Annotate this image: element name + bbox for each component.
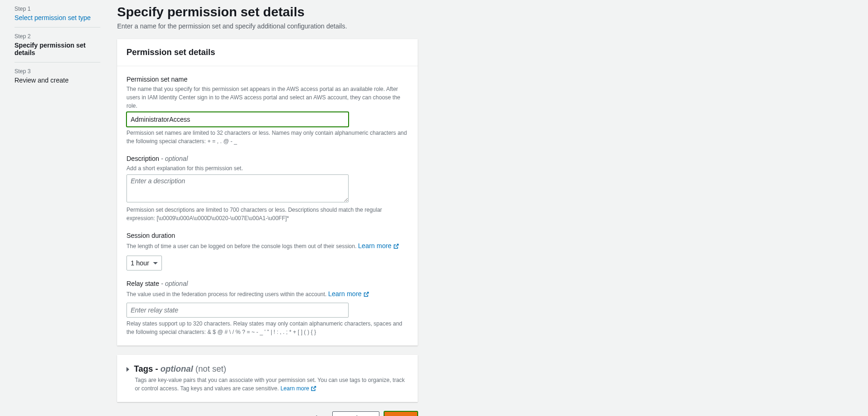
session-duration-value: 1 hour [131, 259, 149, 267]
learn-more-text: Learn more [328, 289, 362, 299]
relay-constraint: Relay states support up to 320 character… [126, 319, 408, 336]
tags-optional: optional [161, 364, 193, 374]
field-session-duration: Session duration The length of time a us… [126, 232, 408, 270]
session-hint-text: The length of time a user can be logged … [126, 243, 358, 250]
page-title: Specify permission set details [117, 5, 418, 20]
relay-state-input[interactable] [126, 303, 349, 318]
next-button[interactable]: Next [384, 411, 418, 416]
permission-set-details-panel: Permission set details Permission set na… [117, 39, 418, 346]
tags-title: Tags - optional (not set) [134, 364, 226, 374]
wizard-footer: Cancel Previous Next [117, 411, 418, 416]
expand-toggle-icon[interactable] [126, 367, 129, 372]
relay-label-text: Relay state [126, 280, 159, 287]
step-2-number: Step 2 [14, 33, 100, 40]
field-permission-set-name: Permission set name The name that you sp… [126, 76, 408, 146]
previous-button[interactable]: Previous [332, 411, 379, 416]
tags-desc-text: Tags are key-value pairs that you can as… [135, 377, 405, 392]
relay-hint: The value used in the federation process… [126, 289, 408, 299]
external-link-icon [393, 243, 399, 249]
learn-more-text: Learn more [358, 241, 392, 251]
name-hint: The name that you specify for this permi… [126, 85, 408, 110]
relay-learn-more-link[interactable]: Learn more [328, 289, 369, 299]
description-hint: Add a short explanation for this permiss… [126, 164, 408, 173]
permission-set-name-input[interactable] [126, 112, 349, 127]
relay-label: Relay state - optional [126, 280, 408, 287]
optional-suffix: - optional [159, 155, 188, 162]
description-constraint: Permission set descriptions are limited … [126, 206, 408, 222]
main-content: Specify permission set details Enter a n… [100, 4, 418, 416]
panel-header: Permission set details [117, 39, 418, 66]
cancel-button[interactable]: Cancel [287, 411, 328, 416]
step-2-title: Specify permission set details [14, 42, 100, 56]
step-1[interactable]: Step 1 Select permission set type [14, 4, 100, 28]
step-3: Step 3 Review and create [14, 66, 100, 90]
step-3-number: Step 3 [14, 68, 100, 75]
wizard-steps-nav: Step 1 Select permission set type Step 2… [7, 4, 100, 416]
relay-hint-text: The value used in the federation process… [126, 291, 328, 298]
external-link-icon [311, 386, 316, 391]
tags-panel: Tags - optional (not set) Tags are key-v… [117, 355, 418, 402]
session-learn-more-link[interactable]: Learn more [358, 241, 399, 251]
session-hint: The length of time a user can be logged … [126, 241, 408, 251]
name-constraint: Permission set names are limited to 32 c… [126, 129, 408, 146]
optional-suffix: - optional [159, 280, 188, 287]
chevron-down-icon [153, 262, 158, 264]
field-relay-state: Relay state - optional The value used in… [126, 280, 408, 336]
tags-learn-more-link[interactable]: Learn more [280, 384, 316, 393]
tags-title-text: Tags - [134, 364, 161, 374]
description-textarea[interactable] [126, 174, 349, 202]
session-duration-select[interactable]: 1 hour [126, 256, 162, 270]
session-label: Session duration [126, 232, 408, 239]
panel-title: Permission set details [126, 48, 408, 57]
page-subtitle: Enter a name for the permission set and … [117, 22, 418, 30]
tags-description: Tags are key-value pairs that you can as… [135, 376, 408, 393]
tags-header-row: Tags - optional (not set) [126, 364, 408, 374]
tags-notset: (not set) [193, 364, 226, 374]
field-description: Description - optional Add a short expla… [126, 155, 408, 222]
description-label: Description - optional [126, 155, 408, 162]
step-1-number: Step 1 [14, 6, 100, 12]
step-1-title[interactable]: Select permission set type [14, 14, 100, 21]
step-2: Step 2 Specify permission set details [14, 31, 100, 62]
step-3-title: Review and create [14, 76, 100, 84]
description-label-text: Description [126, 155, 159, 162]
external-link-icon [364, 291, 369, 297]
name-label: Permission set name [126, 76, 408, 83]
learn-more-text: Learn more [280, 384, 309, 393]
